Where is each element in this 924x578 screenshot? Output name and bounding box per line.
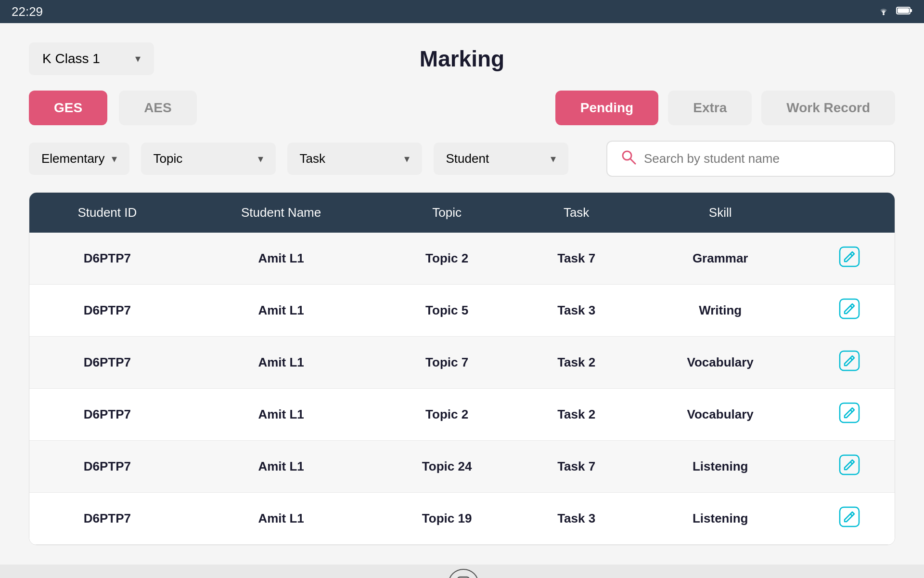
tab-extra[interactable]: Extra — [668, 91, 752, 125]
page-title: Marking — [420, 46, 504, 72]
cell-topic: Topic 24 — [377, 441, 517, 493]
bottom-nav: ||| < — [0, 565, 924, 578]
cell-topic: Topic 5 — [377, 285, 517, 337]
cell-student-name: Amit L1 — [185, 389, 377, 441]
svg-rect-3 — [898, 8, 909, 13]
filter-topic-label: Topic — [154, 151, 183, 166]
cell-task: Task 2 — [517, 337, 636, 389]
tab-ges[interactable]: GES — [29, 91, 107, 125]
menu-icon[interactable]: ||| — [132, 570, 183, 578]
cell-student-name: Amit L1 — [185, 233, 377, 285]
filter-topic[interactable]: Topic ▾ — [141, 143, 276, 175]
cell-student-name: Amit L1 — [185, 285, 377, 337]
search-box — [606, 141, 895, 177]
data-table: Student ID Student Name Topic Task Skill… — [29, 192, 895, 545]
svg-rect-7 — [840, 299, 859, 318]
status-icons — [877, 5, 912, 18]
col-student-id: Student ID — [29, 193, 185, 233]
cell-edit — [805, 233, 895, 285]
edit-icon[interactable] — [839, 298, 860, 319]
table-row: D6PTP7 Amit L1 Topic 19 Task 3 Listening — [29, 493, 895, 545]
cell-skill: Listening — [636, 441, 805, 493]
battery-icon — [896, 5, 912, 18]
filter-student-chevron: ▾ — [551, 153, 556, 165]
col-student-name: Student Name — [185, 193, 377, 233]
filter-student-label: Student — [446, 151, 489, 166]
col-task: Task — [517, 193, 636, 233]
svg-point-0 — [883, 13, 885, 15]
tab-workrecord[interactable]: Work Record — [761, 91, 895, 125]
filter-level-chevron: ▾ — [112, 153, 117, 165]
status-time: 22:29 — [12, 4, 43, 19]
tab-aes[interactable]: AES — [119, 91, 197, 125]
table-header: Student ID Student Name Topic Task Skill — [29, 193, 895, 233]
filter-student[interactable]: Student ▾ — [434, 143, 568, 175]
cell-edit — [805, 389, 895, 441]
cell-task: Task 3 — [517, 493, 636, 545]
cell-student-id: D6PTP7 — [29, 233, 185, 285]
cell-skill: Listening — [636, 493, 805, 545]
cell-edit — [805, 441, 895, 493]
filter-task-label: Task — [300, 151, 325, 166]
svg-rect-9 — [840, 403, 859, 422]
filter-level-label: Elementary — [41, 151, 105, 166]
wifi-icon — [877, 5, 890, 18]
cell-edit — [805, 493, 895, 545]
cell-student-name: Amit L1 — [185, 441, 377, 493]
cell-student-id: D6PTP7 — [29, 337, 185, 389]
table-row: D6PTP7 Amit L1 Topic 2 Task 7 Grammar — [29, 233, 895, 285]
table-row: D6PTP7 Amit L1 Topic 7 Task 2 Vocabulary — [29, 337, 895, 389]
home-icon[interactable] — [448, 569, 479, 578]
svg-rect-2 — [910, 9, 912, 12]
cell-skill: Vocabulary — [636, 337, 805, 389]
cell-topic: Topic 2 — [377, 233, 517, 285]
col-action — [805, 193, 895, 233]
cell-skill: Vocabulary — [636, 389, 805, 441]
filter-level[interactable]: Elementary ▾ — [29, 143, 129, 175]
table-row: D6PTP7 Amit L1 Topic 5 Task 3 Writing — [29, 285, 895, 337]
cell-student-id: D6PTP7 — [29, 389, 185, 441]
svg-rect-6 — [840, 247, 859, 266]
filter-task-chevron: ▾ — [404, 153, 410, 165]
cell-student-id: D6PTP7 — [29, 493, 185, 545]
cell-edit — [805, 337, 895, 389]
svg-rect-8 — [840, 351, 859, 370]
edit-icon[interactable] — [839, 454, 860, 475]
search-input[interactable] — [644, 151, 881, 166]
filter-row: Elementary ▾ Topic ▾ Task ▾ Student ▾ — [29, 141, 895, 177]
cell-student-name: Amit L1 — [185, 337, 377, 389]
header-row: K Class 1 ▾ Marking — [29, 42, 895, 75]
col-skill: Skill — [636, 193, 805, 233]
class-label: K Class 1 — [42, 51, 100, 66]
cell-task: Task 7 — [517, 441, 636, 493]
edit-icon[interactable] — [839, 350, 860, 371]
cell-student-id: D6PTP7 — [29, 285, 185, 337]
filter-task[interactable]: Task ▾ — [287, 143, 422, 175]
col-topic: Topic — [377, 193, 517, 233]
svg-rect-10 — [840, 455, 859, 474]
cell-edit — [805, 285, 895, 337]
tab-pending[interactable]: Pending — [555, 91, 658, 125]
cell-task: Task 3 — [517, 285, 636, 337]
edit-icon[interactable] — [839, 246, 860, 267]
class-chevron: ▾ — [135, 53, 141, 65]
table-row: D6PTP7 Amit L1 Topic 2 Task 2 Vocabulary — [29, 389, 895, 441]
table-row: D6PTP7 Amit L1 Topic 24 Task 7 Listening — [29, 441, 895, 493]
class-dropdown[interactable]: K Class 1 ▾ — [29, 42, 154, 75]
main-content: K Class 1 ▾ Marking GES AES Pending Extr… — [0, 23, 924, 565]
status-bar: 22:29 — [0, 0, 924, 23]
search-icon — [621, 149, 636, 168]
back-icon[interactable]: < — [744, 570, 792, 578]
svg-line-5 — [630, 159, 635, 164]
cell-task: Task 7 — [517, 233, 636, 285]
cell-topic: Topic 7 — [377, 337, 517, 389]
edit-icon[interactable] — [839, 402, 860, 423]
cell-task: Task 2 — [517, 389, 636, 441]
cell-student-id: D6PTP7 — [29, 441, 185, 493]
cell-skill: Grammar — [636, 233, 805, 285]
cell-topic: Topic 2 — [377, 389, 517, 441]
edit-icon[interactable] — [839, 506, 860, 527]
cell-topic: Topic 19 — [377, 493, 517, 545]
tabs-row: GES AES Pending Extra Work Record — [29, 91, 895, 125]
cell-student-name: Amit L1 — [185, 493, 377, 545]
